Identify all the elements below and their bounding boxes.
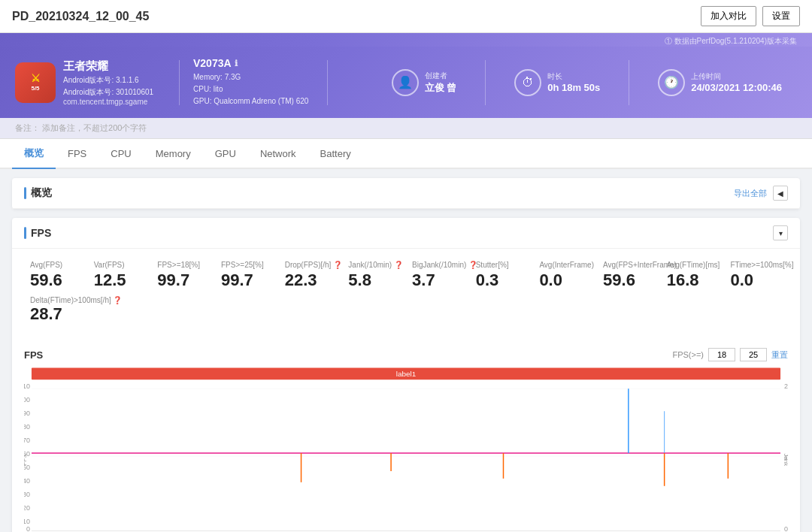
data-source-text: ① 数据由PerfDog(5.1.210204)版本采集 bbox=[665, 36, 797, 47]
meta-items: 👤 创建者 立俊 曾 ⏱ 时长 0h 18m 50s 🕐 上传时间 24/03/… bbox=[341, 60, 797, 105]
meta-duration: ⏱ 时长 0h 18m 50s bbox=[499, 69, 615, 96]
svg-text:14:40: 14:40 bbox=[621, 530, 636, 531]
main-content: 概览 导出全部 ◀ FPS ▾ Avg(FPS) 59.6 Var(FPS) bbox=[0, 169, 812, 532]
stat-interframe: Avg(InterFrame) 0.0 bbox=[533, 258, 597, 293]
page-title: PD_20210324_12_00_45 bbox=[12, 10, 149, 23]
compare-button[interactable]: 加入对比 bbox=[701, 6, 756, 26]
duration-icon: ⏱ bbox=[514, 69, 541, 96]
svg-text:12:50: 12:50 bbox=[548, 530, 563, 531]
creator-icon: 👤 bbox=[392, 69, 419, 96]
svg-text:90: 90 bbox=[24, 410, 30, 417]
overview-section: 概览 导出全部 ◀ bbox=[12, 178, 800, 209]
fps-stats-row: Avg(FPS) 59.6 Var(FPS) 12.5 FPS>=18[%] 9… bbox=[24, 258, 788, 293]
meta-creator: 👤 创建者 立俊 曾 bbox=[377, 69, 472, 96]
stat-jank: Jank(/10min) ❓ 5.8 bbox=[342, 258, 406, 293]
svg-text:01:50: 01:50 bbox=[99, 530, 114, 531]
stat-fps-25: FPS>=25[%] 99.7 bbox=[215, 258, 279, 293]
fps-chart: label1 110 100 90 80 70 60 50 40 30 20 1… bbox=[24, 366, 788, 531]
stat-avg-fps: Avg(FPS) 59.6 bbox=[24, 258, 88, 293]
svg-text:70: 70 bbox=[24, 437, 30, 444]
overview-header: 概览 导出全部 ◀ bbox=[12, 178, 800, 209]
tab-memory[interactable]: Memory bbox=[144, 141, 203, 168]
svg-text:10: 10 bbox=[24, 518, 30, 525]
svg-text:11:00: 11:00 bbox=[474, 530, 489, 531]
fps-chart-controls: FPS(>=) 重置 bbox=[672, 348, 788, 361]
svg-text:03:40: 03:40 bbox=[174, 530, 189, 531]
tab-fps[interactable]: FPS bbox=[56, 141, 98, 168]
fps-threshold-1-input[interactable] bbox=[708, 348, 735, 361]
svg-text:10:05: 10:05 bbox=[436, 530, 451, 531]
svg-text:00:00: 00:00 bbox=[24, 530, 39, 531]
svg-text:13:45: 13:45 bbox=[586, 530, 601, 531]
app-name: 王者荣耀 bbox=[63, 59, 153, 74]
upload-icon: 🕐 bbox=[658, 69, 685, 96]
stat-ftime: Avg(FTime)[ms] 16.8 bbox=[661, 258, 725, 293]
svg-text:40: 40 bbox=[24, 477, 30, 485]
meta-creator-text: 创建者 立俊 曾 bbox=[425, 71, 457, 95]
app-version-android: Android版本号: 3.1.1.6 bbox=[63, 75, 153, 86]
app-package: com.tencent.tmgp.sgame bbox=[63, 98, 153, 106]
tab-battery[interactable]: Battery bbox=[308, 141, 363, 168]
fps-collapse-btn[interactable]: ▾ bbox=[773, 225, 788, 240]
divider-4 bbox=[629, 60, 629, 105]
device-name: V2073A ℹ bbox=[193, 57, 314, 69]
svg-text:00:55: 00:55 bbox=[62, 530, 77, 531]
settings-button[interactable]: 设置 bbox=[762, 6, 800, 26]
svg-text:100: 100 bbox=[24, 396, 30, 404]
meta-upload-text: 上传时间 24/03/2021 12:00:46 bbox=[691, 71, 782, 93]
divider-2 bbox=[327, 60, 328, 105]
fps-stats: Avg(FPS) 59.6 Var(FPS) 12.5 FPS>=18[%] 9… bbox=[12, 249, 800, 340]
svg-text:16:30: 16:30 bbox=[695, 530, 710, 531]
svg-text:FPS: FPS bbox=[24, 454, 28, 465]
svg-text:label1: label1 bbox=[396, 370, 417, 378]
fps-chart-svg: label1 110 100 90 80 70 60 50 40 30 20 1… bbox=[24, 366, 788, 531]
svg-text:0: 0 bbox=[784, 525, 788, 531]
device-info-icon: ℹ bbox=[235, 59, 238, 68]
annotation-label: 备注： bbox=[15, 123, 40, 132]
svg-text:04:35: 04:35 bbox=[211, 530, 226, 531]
svg-text:11:55: 11:55 bbox=[511, 530, 526, 531]
stat-stutter: Stutter[%] 0.3 bbox=[470, 258, 534, 293]
svg-text:2: 2 bbox=[784, 382, 788, 390]
stat-var-fps: Var(FPS) 12.5 bbox=[88, 258, 152, 293]
fps-title: FPS bbox=[24, 227, 51, 239]
overview-title: 概览 bbox=[24, 186, 52, 200]
divider-1 bbox=[179, 60, 180, 105]
fps-threshold-2-input[interactable] bbox=[740, 348, 767, 361]
data-source-bar: ① 数据由PerfDog(5.1.210204)版本采集 bbox=[0, 33, 812, 47]
svg-text:05:30: 05:30 bbox=[249, 530, 264, 531]
svg-text:09:10: 09:10 bbox=[398, 530, 414, 531]
stat-ftime-100: FTime>=100ms[%] 0.0 bbox=[724, 258, 788, 293]
fps-chart-container: FPS FPS(>=) 重置 label1 110 100 90 bbox=[12, 340, 800, 532]
svg-text:20: 20 bbox=[24, 504, 30, 512]
device-spec: Memory: 7.3G CPU: lito GPU: Qualcomm Adr… bbox=[193, 71, 314, 107]
top-bar-actions: 加入对比 设置 bbox=[701, 6, 800, 26]
export-button[interactable]: 导出全部 bbox=[734, 188, 767, 199]
overview-actions: 导出全部 ◀ bbox=[734, 186, 788, 201]
app-icon-text: ⚔ 5/5 bbox=[31, 72, 41, 92]
fps-threshold-label: FPS(>=) bbox=[672, 350, 704, 359]
overview-collapse-btn[interactable]: ◀ bbox=[773, 186, 788, 201]
annotation-bar: 备注： 添加备注，不超过200个字符 bbox=[0, 118, 812, 139]
app-info: ⚔ 5/5 王者荣耀 Android版本号: 3.1.1.6 Android版本… bbox=[15, 59, 165, 106]
svg-text:15:35: 15:35 bbox=[659, 530, 674, 531]
meta-duration-text: 时长 0h 18m 50s bbox=[547, 71, 600, 93]
tab-cpu[interactable]: CPU bbox=[98, 141, 143, 168]
fps-header: FPS ▾ bbox=[12, 218, 800, 249]
svg-text:Jank: Jank bbox=[783, 454, 788, 467]
top-bar: PD_20210324_12_00_45 加入对比 设置 bbox=[0, 0, 812, 33]
info-panel: ⚔ 5/5 王者荣耀 Android版本号: 3.1.1.6 Android版本… bbox=[0, 47, 812, 118]
tab-network[interactable]: Network bbox=[248, 141, 308, 168]
svg-text:110: 110 bbox=[24, 382, 30, 390]
device-info: V2073A ℹ Memory: 7.3G CPU: lito GPU: Qua… bbox=[193, 57, 314, 107]
stat-fps-interframe: Avg(FPS+InterFrame) 59.6 bbox=[597, 258, 661, 293]
annotation-placeholder: 添加备注，不超过200个字符 bbox=[42, 123, 147, 132]
tab-gpu[interactable]: GPU bbox=[203, 141, 248, 168]
app-icon: ⚔ 5/5 bbox=[15, 62, 56, 103]
svg-text:80: 80 bbox=[24, 423, 30, 431]
stat-bigjank: BigJank(/10min) ❓ 3.7 bbox=[406, 258, 470, 293]
tab-overview[interactable]: 概览 bbox=[12, 139, 56, 169]
fps-chart-title: FPS bbox=[24, 349, 43, 361]
reset-button[interactable]: 重置 bbox=[771, 349, 788, 361]
stat-fps-18: FPS>=18[%] 99.7 bbox=[151, 258, 215, 293]
